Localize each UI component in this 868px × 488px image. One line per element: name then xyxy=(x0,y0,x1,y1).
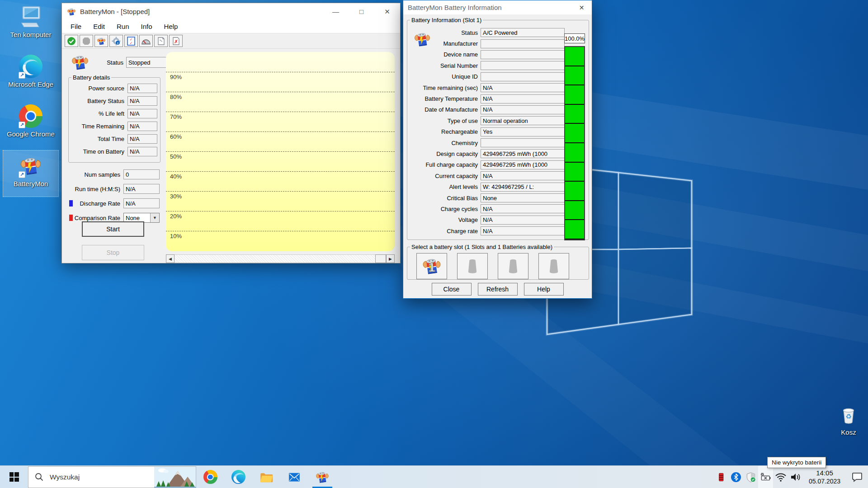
start-monitoring-icon[interactable] xyxy=(65,35,78,47)
info-field-label: Type of use xyxy=(409,117,478,124)
options-gear-icon[interactable]: i xyxy=(109,35,123,47)
shortcut-arrow-icon: ↗ xyxy=(19,72,25,79)
svg-text:✗: ✗ xyxy=(174,39,178,44)
stats-panel: Num samples 0 Run time (H:M:S) N/A Disch… xyxy=(62,167,165,225)
battery-slot-3-button[interactable] xyxy=(498,253,528,279)
dialog-close-icon[interactable]: ✕ xyxy=(571,0,592,14)
start-button[interactable]: Start xyxy=(82,221,144,237)
chevron-down-icon[interactable]: ▼ xyxy=(150,213,159,222)
search-icon xyxy=(35,473,43,481)
taskbar-edge-icon[interactable] xyxy=(224,466,252,488)
chart-horizontal-scrollbar[interactable]: ◀ ▶ xyxy=(166,254,395,263)
taskbar: 14:05 05.07.2023 xyxy=(0,465,868,488)
security-shield-icon[interactable] xyxy=(743,466,758,488)
info-field-label: Rechargeable xyxy=(409,128,478,135)
info-field-value: N/A xyxy=(481,171,565,180)
menu-run[interactable]: Run xyxy=(111,21,135,32)
gridline-label: 40% xyxy=(170,173,182,180)
info-field-row: Status A/C Powered xyxy=(409,27,566,38)
gridline-label: 70% xyxy=(170,113,182,120)
info-field-value: Yes xyxy=(481,127,565,136)
info-field-label: Voltage xyxy=(409,216,478,223)
battery-slot-2-button[interactable] xyxy=(457,253,488,279)
gridline-label: 50% xyxy=(170,153,182,160)
detail-label: Time on Battery xyxy=(71,148,124,155)
taskbar-clock[interactable]: 14:05 05.07.2023 xyxy=(803,469,846,485)
battery-detail-row: Total Time N/A xyxy=(71,132,157,145)
scrollbar-thumb[interactable] xyxy=(375,254,386,263)
stop-monitoring-icon[interactable] xyxy=(80,35,93,47)
shortcut-arrow-icon: ↗ xyxy=(19,122,25,128)
log-checklist-icon[interactable]: ✓ ✓ xyxy=(124,35,138,47)
scroll-left-arrow-icon[interactable]: ◀ xyxy=(166,254,175,263)
dialog-title-bar[interactable]: BatteryMon Battery Information ✕ xyxy=(403,0,592,14)
wifi-icon[interactable] xyxy=(773,466,788,488)
log-export-icon[interactable] xyxy=(154,35,168,47)
batterymon-icon: ↗ xyxy=(18,153,43,178)
taskbar-file-explorer-icon[interactable] xyxy=(252,466,280,488)
comparison-rate-value: None xyxy=(124,213,150,222)
help-button[interactable]: Help xyxy=(524,283,564,296)
action-center-icon[interactable] xyxy=(846,466,868,488)
taskbar-chrome-icon[interactable] xyxy=(196,466,224,488)
detail-value-field: N/A xyxy=(127,122,157,131)
num-samples-row: Num samples 0 xyxy=(62,167,165,182)
maximize-button[interactable]: □ xyxy=(349,3,374,20)
dialog-title: BatteryMon Battery Information xyxy=(408,4,571,11)
taskbar-search[interactable] xyxy=(28,466,196,488)
battery-details-group: Battery details Power source N/A Battery… xyxy=(68,74,160,163)
info-field-label: Design capacity xyxy=(409,150,478,157)
gauge-icon[interactable] xyxy=(139,35,153,47)
info-field-row: Battery Temperature N/A xyxy=(409,93,566,104)
info-field-value: N/A xyxy=(481,216,565,225)
stop-button[interactable]: Stop xyxy=(82,245,144,260)
search-highlight-art xyxy=(154,467,196,488)
refresh-button[interactable]: Refresh xyxy=(478,283,518,296)
start-button[interactable] xyxy=(0,466,28,488)
desktop-icon-recycle-bin[interactable]: Kosz xyxy=(824,399,868,442)
close-dialog-button[interactable]: Close xyxy=(432,283,472,296)
recycle-bin-icon xyxy=(836,402,861,427)
menu-help[interactable]: Help xyxy=(158,21,184,32)
gridline-label: 60% xyxy=(170,133,182,140)
battery-missing-icon[interactable] xyxy=(758,466,773,488)
desktop-icon-this-pc[interactable]: Ten komputer xyxy=(3,1,59,48)
this-pc-icon xyxy=(18,4,43,29)
info-field-value: Normal operation xyxy=(481,116,565,125)
volume-icon[interactable] xyxy=(788,466,803,488)
run-time-row: Run time (H:M:S) N/A xyxy=(62,182,165,196)
minimize-button[interactable]: — xyxy=(323,3,349,20)
battery-slot-1-button[interactable]: 1 xyxy=(416,253,447,279)
scroll-right-arrow-icon[interactable]: ▶ xyxy=(386,254,395,263)
taskbar-mail-icon[interactable] xyxy=(280,466,308,488)
info-field-value: N/A xyxy=(481,94,565,103)
bluetooth-icon[interactable] xyxy=(728,466,743,488)
battery-info-icon[interactable] xyxy=(94,35,108,47)
info-field-value: 4294967295 mWh (1000 xyxy=(481,149,565,158)
info-field-row: Charge cycles N/A xyxy=(409,203,566,214)
scrollbar-track[interactable] xyxy=(175,254,386,263)
battery-slot-4-button[interactable] xyxy=(538,253,569,279)
menu-edit[interactable]: Edit xyxy=(87,21,111,32)
info-field-label: Charge cycles xyxy=(409,206,478,212)
info-field-row: Unique ID xyxy=(409,71,566,82)
taskbar-batterymon-icon[interactable] xyxy=(308,466,336,488)
desktop-icon-label: Microsoft Edge xyxy=(8,81,53,89)
batterymon-tray-icon[interactable] xyxy=(713,466,728,488)
desktop-icon-chrome[interactable]: ↗ Google Chrome xyxy=(3,100,59,147)
desktop-icon-batterymon[interactable]: ↗ BatteryMon xyxy=(3,150,59,197)
discharge-rate-row: Discharge Rate N/A xyxy=(62,196,165,211)
chart-gridline: 80% xyxy=(166,92,395,112)
info-field-row: Design capacity 4294967295 mWh (1000 xyxy=(409,148,566,159)
menu-info[interactable]: Info xyxy=(135,21,158,32)
log-delete-icon[interactable]: ✗ xyxy=(169,35,183,47)
info-field-row: Voltage N/A xyxy=(409,215,566,225)
close-button[interactable]: ✕ xyxy=(374,3,400,20)
title-bar[interactable]: BatteryMon - [Stopped] — □ ✕ xyxy=(62,3,400,20)
desktop-icon-edge[interactable]: ↗ Microsoft Edge xyxy=(3,51,59,98)
menu-file[interactable]: File xyxy=(65,21,87,32)
info-field-row: Device name xyxy=(409,49,566,60)
battery-slot-group: Select a battery slot (1 Slots and 1 Bat… xyxy=(407,244,589,280)
battery-detail-row: Battery Status N/A xyxy=(71,94,157,107)
battery-charge-gauge xyxy=(564,46,585,240)
